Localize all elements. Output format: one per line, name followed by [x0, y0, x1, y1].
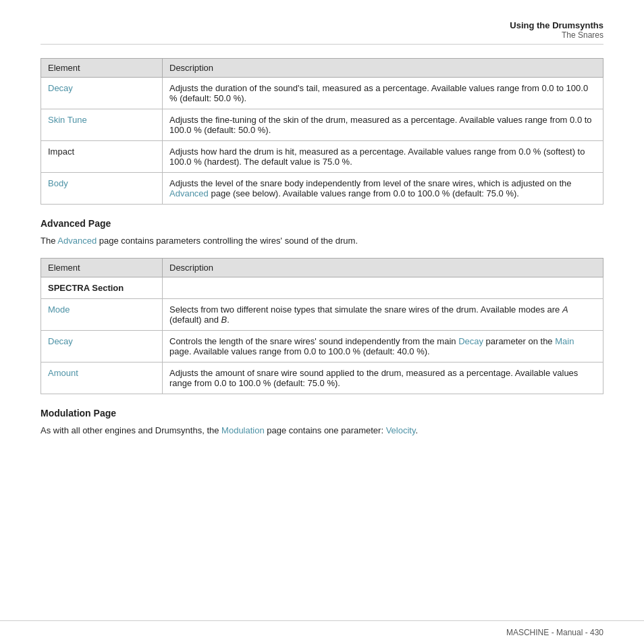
table-row: Impact Adjusts how hard the drum is hit,… — [41, 141, 603, 173]
advanced-intro: The Advanced page contains parameters co… — [41, 234, 603, 248]
page-footer: MASCHINE - Manual - 430 — [0, 620, 644, 644]
spectra-label: SPECTRA Section — [48, 283, 124, 293]
decay-link[interactable]: Decay — [48, 83, 73, 93]
page-header: Using the Drumsynths The Snares — [41, 20, 603, 45]
page-container: Using the Drumsynths The Snares Element … — [0, 0, 644, 475]
footer-text: MASCHINE - Manual - 430 — [506, 628, 603, 637]
description-cell: Controls the length of the snare wires' … — [163, 330, 603, 362]
description-cell: Adjusts the level of the snare body inde… — [163, 173, 603, 205]
amount-link[interactable]: Amount — [48, 368, 78, 378]
element-cell: Decay — [41, 78, 163, 109]
description-cell — [163, 277, 603, 298]
table-row: Mode Selects from two different noise ty… — [41, 298, 603, 330]
description-cell: Selects from two different noise types t… — [163, 298, 603, 330]
table-row: Skin Tune Adjusts the fine-tuning of the… — [41, 109, 603, 141]
body-link[interactable]: Body — [48, 178, 68, 188]
modulation-heading: Modulation Page — [41, 408, 603, 419]
description-cell: Adjusts how hard the drum is hit, measur… — [163, 141, 603, 173]
top-table-col-element: Element — [41, 59, 163, 78]
element-cell: Impact — [41, 141, 163, 173]
velocity-link[interactable]: Velocity — [386, 425, 416, 435]
element-cell: Skin Tune — [41, 109, 163, 141]
advanced-table: Element Description SPECTRA Section Mode… — [41, 258, 603, 394]
header-subtitle: The Snares — [41, 30, 603, 40]
table-row: Body Adjusts the level of the snare body… — [41, 173, 603, 205]
element-cell: Body — [41, 173, 163, 205]
mode-link[interactable]: Mode — [48, 304, 70, 315]
table-row: Decay Adjusts the duration of the sound'… — [41, 78, 603, 109]
table-row: Decay Controls the length of the snare w… — [41, 330, 603, 362]
description-cell: Adjusts the amount of snare wire sound a… — [163, 362, 603, 394]
top-table-col-description: Description — [163, 59, 603, 78]
advanced-link-intro[interactable]: Advanced — [57, 236, 97, 246]
modulation-link[interactable]: Modulation — [221, 425, 265, 435]
table-row: SPECTRA Section — [41, 277, 603, 298]
advanced-table-col-element: Element — [41, 258, 163, 277]
skin-tune-link[interactable]: Skin Tune — [48, 115, 87, 125]
advanced-table-col-description: Description — [163, 258, 603, 277]
element-cell: Mode — [41, 298, 163, 330]
element-cell: Decay — [41, 330, 163, 362]
top-table: Element Description Decay Adjusts the du… — [41, 58, 603, 205]
decay-ref-link[interactable]: Decay — [458, 336, 483, 346]
description-cell: Adjusts the fine-tuning of the skin of t… — [163, 109, 603, 141]
element-cell: Amount — [41, 362, 163, 394]
modulation-intro: As with all other engines and Drumsynths… — [41, 424, 603, 438]
element-cell: SPECTRA Section — [41, 277, 163, 298]
description-cell: Adjusts the duration of the sound's tail… — [163, 78, 603, 109]
advanced-link-body[interactable]: Advanced — [169, 188, 209, 198]
decay-advanced-link[interactable]: Decay — [48, 336, 73, 346]
header-title: Using the Drumsynths — [41, 20, 603, 30]
advanced-heading: Advanced Page — [41, 218, 603, 229]
table-row: Amount Adjusts the amount of snare wire … — [41, 362, 603, 394]
main-link[interactable]: Main — [555, 336, 574, 346]
